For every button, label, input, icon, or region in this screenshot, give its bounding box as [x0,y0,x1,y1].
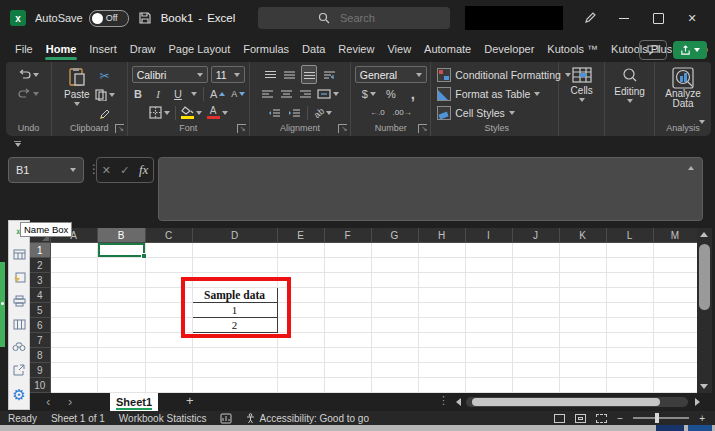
cell[interactable] [465,333,512,348]
save-icon[interactable] [138,11,152,25]
col-header-L[interactable]: L [606,228,653,243]
workbook-statistics-button[interactable]: Workbook Statistics [119,413,207,424]
cell[interactable] [97,363,145,378]
tab-formulas[interactable]: Formulas [242,40,290,58]
add-sheet-button[interactable]: + [186,393,194,408]
cell[interactable] [371,303,418,318]
top-align-button[interactable] [263,66,277,83]
col-header-I[interactable]: I [465,228,512,243]
cell[interactable] [465,243,512,258]
workbook-pane-icon[interactable] [13,249,26,260]
collapse-ribbon-chevron-icon[interactable] [699,120,705,124]
cell[interactable] [465,378,512,393]
cell[interactable] [512,258,559,273]
redo-button[interactable] [18,85,39,102]
cell[interactable] [606,303,653,318]
cell[interactable] [324,333,371,348]
cell[interactable] [653,318,697,333]
close-button[interactable]: ✕ [675,0,709,36]
cells-button[interactable]: Cells [571,65,593,102]
sheet-tab-sheet1[interactable]: Sheet1 [110,393,158,411]
zoom-out-button[interactable]: − [617,413,623,424]
scroll-down-icon[interactable] [700,384,708,389]
col-header-K[interactable]: K [559,228,606,243]
cell[interactable] [371,363,418,378]
copy-button[interactable] [95,86,115,103]
font-name-combo[interactable]: Calibri [132,66,208,83]
cell[interactable] [653,273,697,288]
tab-file[interactable]: File [14,40,34,58]
excel-logo-icon[interactable]: x [10,10,26,26]
accounting-format-button[interactable]: $ [362,85,376,102]
vertical-scrollbar[interactable] [697,228,712,393]
insert-function-button[interactable]: fx [139,162,148,178]
cell[interactable] [97,348,145,363]
zoom-slider[interactable] [633,417,689,419]
cell[interactable] [371,273,418,288]
flash-pane-icon[interactable] [13,272,26,283]
row-header-4[interactable]: 4 [30,288,50,303]
orientation-button[interactable]: ab [314,104,332,121]
col-header-D[interactable]: D [192,228,277,243]
increase-font-size-button[interactable]: A [210,85,225,102]
number-dialog-launcher[interactable]: ↘ [418,124,427,133]
cell[interactable] [324,288,371,303]
paste-button[interactable]: Paste [64,65,90,106]
cell[interactable] [324,273,371,288]
cell[interactable] [97,318,145,333]
next-sheet-button[interactable]: › [68,394,72,409]
undo-button[interactable] [18,66,39,83]
columns-pane-icon[interactable] [13,319,26,330]
cell[interactable] [559,363,606,378]
page-break-view-icon[interactable] [596,414,607,423]
cell[interactable] [50,288,97,303]
row-header-6[interactable]: 6 [30,318,50,333]
cell[interactable] [324,318,371,333]
decrease-indent-button[interactable] [267,104,281,121]
cell[interactable] [97,378,145,393]
cell[interactable] [512,348,559,363]
cell[interactable] [559,348,606,363]
cell[interactable] [277,258,324,273]
cell[interactable] [192,348,277,363]
cell[interactable] [606,243,653,258]
cell[interactable] [559,303,606,318]
collapse-formula-bar-icon[interactable] [688,166,694,170]
zoom-in-button[interactable]: + [699,413,705,424]
draw-pen-icon[interactable] [573,0,607,36]
row-header-10[interactable]: 10 [30,378,50,393]
cell[interactable] [418,318,465,333]
cell[interactable] [50,258,97,273]
maximize-button[interactable] [641,0,675,36]
cut-button[interactable]: ✂ [95,67,115,84]
cell[interactable] [653,258,697,273]
row-header-9[interactable]: 9 [30,363,50,378]
number-format-combo[interactable]: General [355,66,427,83]
cell[interactable] [512,378,559,393]
comments-button[interactable] [639,40,667,60]
cell[interactable] [418,363,465,378]
cell[interactable] [418,303,465,318]
row-header-3[interactable]: 3 [30,273,50,288]
row-header-8[interactable]: 8 [30,348,50,363]
minimize-button[interactable] [607,0,641,36]
cell[interactable] [277,378,324,393]
prev-sheet-button[interactable]: ‹ [46,394,50,409]
fill-color-button[interactable] [181,104,202,121]
cell[interactable] [277,348,324,363]
scroll-up-icon[interactable] [700,232,708,237]
col-header-F[interactable]: F [324,228,371,243]
col-header-J[interactable]: J [512,228,559,243]
col-header-M[interactable]: M [653,228,697,243]
comma-style-button[interactable]: , [406,85,420,102]
cell[interactable] [50,273,97,288]
cell[interactable] [324,348,371,363]
increase-decimal-button[interactable]: ←.0 [370,104,385,121]
cell[interactable] [50,333,97,348]
cell[interactable] [97,288,145,303]
cell[interactable] [50,348,97,363]
cell[interactable] [145,258,192,273]
tab-view[interactable]: View [386,40,412,58]
cell[interactable] [371,378,418,393]
cell[interactable] [97,273,145,288]
